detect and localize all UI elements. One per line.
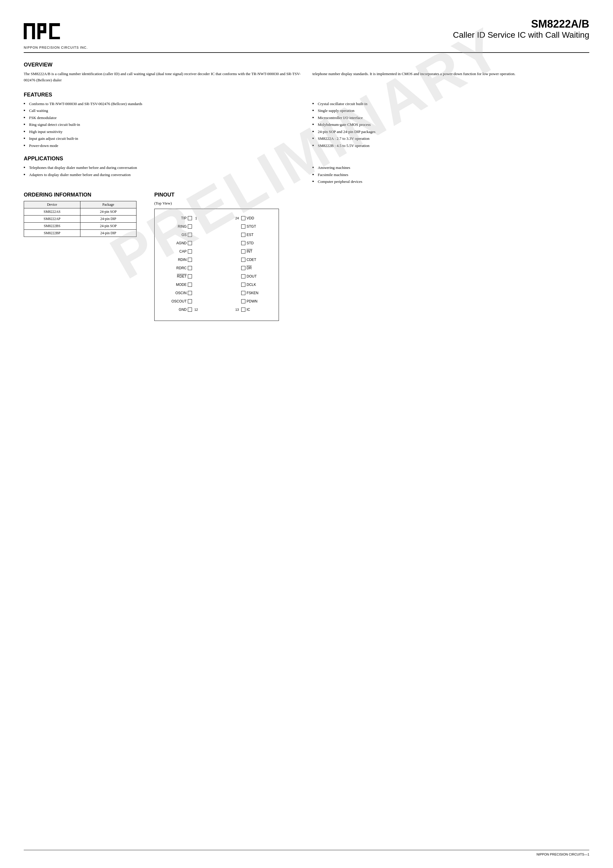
pin-number: 13: [234, 308, 240, 312]
list-item: Call waiting: [24, 108, 300, 114]
pin-label: EST: [246, 233, 253, 237]
pin-label: INT: [246, 250, 252, 254]
overview-section: OVERVIEW The SM8222A/B is a calling numb…: [24, 62, 589, 86]
list-item: Answering machines: [313, 165, 589, 171]
pin-label: GS: [181, 233, 187, 237]
pin-number: [193, 258, 199, 262]
table-row: SM8222AS 24-pin SOP: [24, 208, 136, 215]
table-header-package: Package: [80, 201, 136, 208]
title-area: SM8222A/B Caller ID Service IC with Call…: [453, 18, 589, 40]
pin-number: [234, 291, 240, 295]
list-item: Adapters to display dialer number before…: [24, 172, 300, 178]
pin-right: DCLK: [234, 283, 270, 287]
pin-label: MODE: [176, 283, 187, 287]
pin-row: RDRC DR: [164, 265, 270, 271]
table-row: SM8222BP 24-pin DIP: [24, 229, 136, 237]
pin-label: CDET: [246, 258, 256, 262]
pin-right: EST: [234, 233, 270, 237]
table-cell: 24-pin DIP: [80, 215, 136, 222]
top-view-label: (Top View): [154, 201, 589, 206]
pin-label: OSCOUT: [172, 299, 187, 304]
pin-label: STGT: [246, 225, 256, 229]
pinout-diagram: TIP 1 24 VDD RING: [154, 209, 279, 321]
pin-number: [234, 225, 240, 228]
pin-number: [193, 266, 199, 270]
overview-title: OVERVIEW: [24, 62, 589, 68]
pin-row: CAP INT: [164, 248, 270, 255]
features-section: FEATURES Conforms to TR-NWT-000030 and S…: [24, 92, 589, 150]
pin-right: INT: [234, 250, 270, 254]
pin-box: [188, 225, 192, 229]
pin-box: [188, 291, 192, 295]
pin-number: [234, 241, 240, 245]
pin-label: PDWN: [246, 299, 257, 304]
pin-label: DOUT: [246, 274, 257, 279]
pin-label: VDD: [246, 216, 254, 220]
pin-number: 24: [234, 216, 240, 220]
pin-number: [234, 274, 240, 278]
features-title: FEATURES: [24, 92, 589, 98]
ordering-table: Device Package SM8222AS 24-pin SOP SM822…: [24, 201, 136, 237]
pin-box: [241, 241, 245, 245]
pin-right: CDET: [234, 258, 270, 262]
pin-label: RDIN: [178, 258, 187, 262]
pin-box: [188, 283, 192, 287]
pin-right: DOUT: [234, 274, 270, 279]
pin-number: [193, 291, 199, 295]
pin-box: [241, 299, 245, 304]
pin-number: [193, 299, 199, 303]
list-item: FSK demodulator: [24, 115, 300, 121]
pin-label: OSCIN: [175, 291, 187, 295]
list-item: Microcontroller I/O interface: [313, 115, 589, 121]
pin-left: TIP 1: [164, 216, 199, 220]
pin-box: [188, 258, 192, 262]
pin-number: [234, 258, 240, 262]
logo-npc: [24, 21, 88, 45]
pin-label: TIP: [181, 216, 187, 220]
pin-left: OSCIN: [164, 291, 199, 295]
pin-row: OSCOUT PDWN: [164, 298, 270, 305]
list-item: Molybdenum-gate CMOS process: [313, 122, 589, 128]
pin-left: RDET: [164, 274, 199, 279]
svg-rect-6: [43, 23, 46, 33]
pin-row: MODE DCLK: [164, 281, 270, 288]
list-item: Facsimile machines: [313, 172, 589, 178]
pin-label: IC: [246, 307, 250, 312]
pin-right: STD: [234, 241, 270, 245]
ordering-title: ORDERING INFORMATION: [24, 192, 136, 198]
pin-number: [193, 233, 199, 237]
pin-left: MODE: [164, 283, 199, 287]
pinout-title: PINOUT: [154, 192, 589, 198]
features-left-list: Conforms to TR-NWT-000030 and SR-TSV-002…: [24, 101, 300, 149]
list-item: Ring signal detect circuit built-in: [24, 122, 300, 128]
features-right-list: Crystal oscillator circuit built-in Sing…: [313, 101, 589, 149]
pin-box: [188, 266, 192, 270]
table-row: SM8222BS 24-pin SOP: [24, 222, 136, 229]
list-item: 24-pin SOP and 24-pin DIP packages: [313, 129, 589, 135]
list-item: Power-down mode: [24, 143, 300, 149]
list-item: Input gain adjust circuit built-in: [24, 136, 300, 142]
pin-right: STGT: [234, 225, 270, 229]
pin-box: [241, 283, 245, 287]
pin-label: STD: [246, 241, 254, 245]
pin-label: AGND: [176, 241, 187, 245]
pin-number: [234, 266, 240, 270]
pin-right: DR: [234, 266, 270, 270]
applications-title: APPLICATIONS: [24, 155, 589, 162]
pinout-section: PINOUT (Top View) TIP 1 24 VDD RING: [154, 192, 589, 321]
pin-box: [241, 258, 245, 262]
pin-left: RDRC: [164, 266, 199, 270]
bottom-sections: ORDERING INFORMATION Device Package SM82…: [24, 192, 589, 321]
npc-logo-svg: [24, 21, 77, 42]
pin-label: CAP: [179, 250, 187, 254]
pin-box: [188, 307, 192, 312]
pin-label: RDET: [177, 274, 187, 279]
svg-rect-9: [49, 23, 52, 39]
pin-right: 24 VDD: [234, 216, 270, 220]
pin-number: 1: [193, 216, 199, 220]
pin-left: GND 12: [164, 307, 199, 312]
table-row: SM8222AP 24-pin DIP: [24, 215, 136, 222]
list-item: High input sensitivity: [24, 129, 300, 135]
pin-left: CAP: [164, 250, 199, 254]
pin-box: [241, 291, 245, 295]
